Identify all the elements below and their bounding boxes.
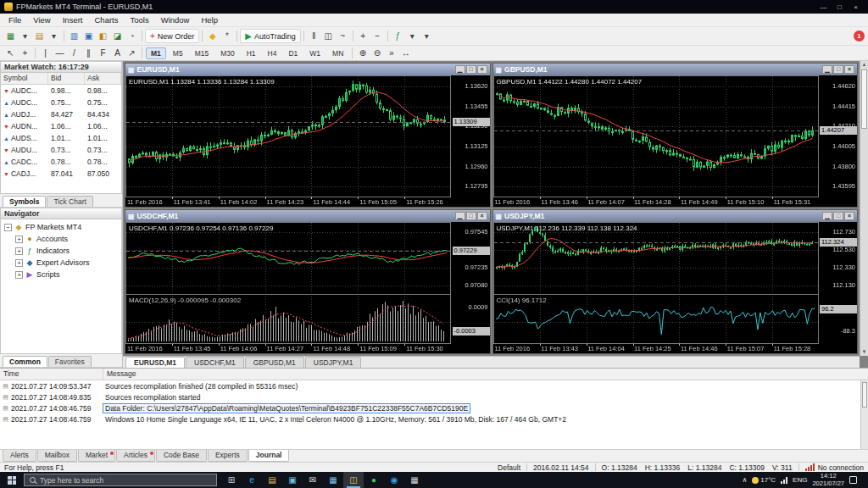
market-watch-tick-chart-tab[interactable]: Tick Chart <box>47 196 92 207</box>
data-window-toggle[interactable]: ▣ <box>81 29 96 43</box>
chart-minimize-button[interactable]: ▁ <box>822 212 832 220</box>
chart-minimize-button[interactable]: ▁ <box>455 212 465 220</box>
file-explorer-icon[interactable]: ▤ <box>262 472 282 488</box>
expand-icon[interactable]: + <box>15 236 23 243</box>
text-tool[interactable]: A <box>110 46 125 60</box>
journal-row[interactable]: ▤2021.07.27 14:08:49.835Sources recompil… <box>0 391 860 402</box>
taskbar-clock[interactable]: 14:12 2021/07/27 <box>812 473 844 487</box>
weather-widget[interactable]: 17°C <box>752 476 776 484</box>
profiles-dropdown[interactable]: ▾ <box>47 29 61 43</box>
periods-dropdown[interactable]: ▾ <box>405 29 420 43</box>
chart-restore-button[interactable]: □ <box>466 65 476 74</box>
options-button[interactable]: * <box>220 29 234 43</box>
photos-icon[interactable]: ▦ <box>323 472 343 488</box>
market-watch-row-auds[interactable]: ▲AUDS...1.01...1.01... <box>1 132 121 144</box>
cursor-tool[interactable]: ↖ <box>3 46 18 60</box>
market-watch-row-audn[interactable]: ▼AUDN...1.06...1.06... <box>1 120 121 132</box>
terminal-journal-tab[interactable]: Journal <box>248 450 290 462</box>
bar-chart-button[interactable]: ‖ <box>307 29 321 43</box>
terminal-code-base-tab[interactable]: Code Base <box>156 450 207 462</box>
column-bid[interactable]: Bid <box>48 73 85 84</box>
chart-minimize-button[interactable]: ▁ <box>455 65 465 74</box>
chart-minimize-button[interactable]: ▁ <box>822 65 832 74</box>
chart-restore-button[interactable]: □ <box>466 212 476 220</box>
terminal-vertical-scrollbar[interactable] <box>860 380 868 449</box>
navigator-toggle[interactable]: ◧ <box>96 29 110 43</box>
navigator-caption[interactable]: Navigator <box>0 208 122 219</box>
strategy-tester-toggle[interactable]: ◔ <box>125 29 139 43</box>
price-chart-canvas[interactable] <box>493 222 858 353</box>
timeframe-m1-button[interactable]: M1 <box>146 47 166 59</box>
language-indicator[interactable]: ENG <box>793 476 807 484</box>
chart-title-bar[interactable]: ▦USDCHF,M1▁□× <box>125 210 490 222</box>
market-watch-row-audc[interactable]: ▼AUDC...0.98...0.98... <box>1 85 121 97</box>
chart-title-bar[interactable]: ▦USDJPY,M1▁□× <box>493 210 858 222</box>
scroll-down-icon[interactable]: ▼ <box>860 348 868 356</box>
chart-tab-usdchf-m1-tab[interactable]: USDCHF,M1 <box>186 357 244 368</box>
scrollbar-thumb[interactable] <box>861 69 867 129</box>
column-ask[interactable]: Ask <box>85 73 121 84</box>
journal-row[interactable]: ▤2021.07.27 14:08:46.759Data Folder: C:\… <box>0 402 860 413</box>
chart-restore-button[interactable]: □ <box>833 212 843 220</box>
action-center-icon[interactable] <box>849 476 857 484</box>
collapse-icon[interactable]: − <box>4 224 12 231</box>
window-close-button[interactable]: × <box>848 2 864 13</box>
timeframe-m5-button[interactable]: M5 <box>168 47 188 59</box>
menu-window[interactable]: Window <box>155 14 196 25</box>
market-watch-symbols-tab[interactable]: Symbols <box>3 196 46 207</box>
calculator-icon[interactable]: ▦ <box>404 472 425 488</box>
navigator-common-tab[interactable]: Common <box>3 356 47 367</box>
telegram-icon[interactable]: ◉ <box>384 472 404 488</box>
chart-title-bar[interactable]: ▦GBPUSD,M1▁□× <box>493 64 858 75</box>
menu-tools[interactable]: Tools <box>124 14 154 25</box>
indicators-button[interactable]: ƒ <box>391 29 405 43</box>
timeframe-w1-button[interactable]: W1 <box>304 47 326 59</box>
timeframe-d1-button[interactable]: D1 <box>283 47 303 59</box>
autotrading-button[interactable]: ▶AutoTrading <box>240 29 300 43</box>
menu-file[interactable]: File <box>3 14 27 25</box>
vertical-line-tool[interactable]: | <box>38 46 53 60</box>
market-watch-row-cadj[interactable]: ▼CADJ...87.04187.050 <box>1 168 121 180</box>
status-profile[interactable]: Default <box>498 463 520 472</box>
timeframe-mn-button[interactable]: MN <box>327 47 348 59</box>
edge-icon[interactable]: e <box>242 472 262 488</box>
chart-close-button[interactable]: × <box>844 212 854 220</box>
timeframe-m15-button[interactable]: M15 <box>190 47 214 59</box>
charts-vertical-scrollbar[interactable]: ▲ ▼ <box>860 61 868 356</box>
menu-charts[interactable]: Charts <box>89 14 125 25</box>
window-minimize-button[interactable]: — <box>815 2 832 13</box>
new-chart-button[interactable]: ▦ <box>3 29 18 43</box>
chart-tab-gbpusd-m1-tab[interactable]: GBPUSD,M1 <box>245 357 304 368</box>
navigator-root[interactable]: −◆FP Markets MT4 <box>1 221 121 233</box>
navigator-item-expert-advisors[interactable]: +◆Expert Advisors <box>1 257 121 269</box>
navigator-item-accounts[interactable]: +●Accounts <box>1 233 121 245</box>
timeframe-h4-button[interactable]: H4 <box>263 47 282 59</box>
channel-tool[interactable]: ∥ <box>81 46 96 60</box>
metaeditor-button[interactable]: ◆ <box>205 29 220 43</box>
column-time[interactable]: Time <box>0 369 103 380</box>
market-watch-row-audu[interactable]: ▼AUDU...0.73...0.73... <box>1 144 121 156</box>
terminal-mailbox-tab[interactable]: Mailbox <box>37 450 77 462</box>
taskbar-search-box[interactable]: Type here to search <box>24 474 217 486</box>
chart-shift-button[interactable]: ↔ <box>398 46 413 60</box>
zoom-out-chart-button[interactable]: ⊖ <box>370 46 384 60</box>
zoom-in-chart-button[interactable]: ⊕ <box>355 46 370 60</box>
expand-icon[interactable]: + <box>15 259 23 267</box>
menu-help[interactable]: Help <box>195 14 224 25</box>
zoom-in-button[interactable]: + <box>356 29 370 43</box>
market-watch-toggle[interactable]: ▥ <box>67 29 81 43</box>
navigator-item-indicators[interactable]: +ƒIndicators <box>1 245 121 257</box>
network-icon[interactable] <box>781 477 787 484</box>
horizontal-line-tool[interactable]: — <box>53 46 67 60</box>
store-icon[interactable]: ▣ <box>282 472 303 488</box>
terminal-articles-tab[interactable]: Articles <box>116 450 155 462</box>
scroll-to-end-button[interactable]: » <box>384 46 398 60</box>
arrows-tool[interactable]: ↗ <box>125 46 139 60</box>
connection-status-area[interactable]: No connection <box>805 463 864 472</box>
mail-icon[interactable]: ✉ <box>303 472 323 488</box>
scrollbar-thumb[interactable] <box>862 382 867 408</box>
scroll-up-icon[interactable]: ▲ <box>860 61 868 69</box>
chart-restore-button[interactable]: □ <box>833 65 843 74</box>
market-watch-row-audj[interactable]: ▲AUDJ...84.42784.434 <box>1 108 121 120</box>
mt4-icon[interactable]: ◫ <box>343 472 364 488</box>
